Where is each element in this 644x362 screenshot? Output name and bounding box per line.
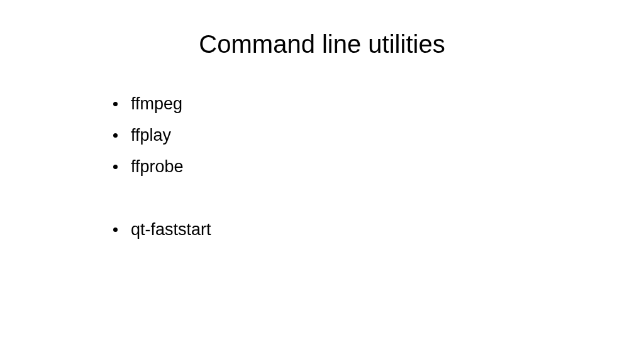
list-item-blank [113, 183, 644, 214]
list-item: ffmpeg [113, 89, 644, 120]
slide-content: ffmpeg ffplay ffprobe qt-faststart [113, 89, 644, 246]
list-item: ffplay [113, 120, 644, 151]
bullet-list: ffmpeg ffplay ffprobe qt-faststart [113, 89, 644, 246]
slide: Command line utilities ffmpeg ffplay ffp… [0, 0, 644, 362]
list-item: ffprobe [113, 151, 644, 183]
slide-title: Command line utilities [0, 30, 644, 58]
list-item: qt-faststart [113, 214, 644, 246]
